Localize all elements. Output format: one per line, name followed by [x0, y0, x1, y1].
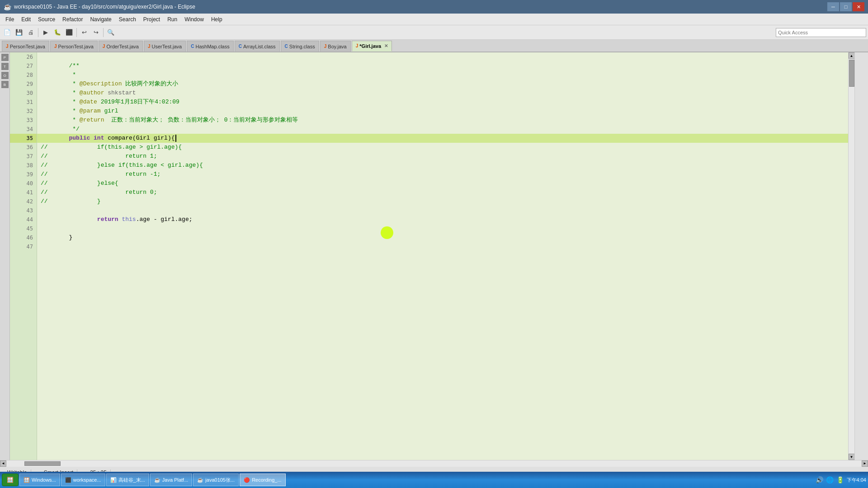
taskbar-java0105[interactable]: ☕ java0105张...	[193, 474, 239, 486]
sidebar-icon-3[interactable]: O	[1, 72, 9, 79]
taskbar: 🪟 🪟 Windows... ⬛ workspace... 📊 高硅谷_末...…	[0, 472, 868, 488]
new-button[interactable]: 📄	[2, 27, 13, 38]
tab-icon: J	[324, 44, 327, 49]
tab-ordertestj[interactable]: J OrderTest.java	[99, 41, 143, 52]
toolbar-separator-1	[38, 28, 38, 37]
menu-item-edit[interactable]: Edit	[18, 15, 34, 23]
java0105-icon: ☕	[197, 477, 203, 483]
sidebar-icon-2[interactable]: T	[1, 63, 9, 70]
tab-boyj[interactable]: J Boy.java	[320, 41, 351, 52]
tab-hashmapclass[interactable]: C HashMap.class	[187, 41, 234, 52]
menu-item-help[interactable]: Help	[208, 15, 226, 23]
tab-persontestj1[interactable]: J PersonTest.java	[2, 41, 49, 52]
tab-stringclass[interactable]: C String.class	[281, 41, 319, 52]
titlebar: ☕ workspace0105 - Java EE - day10/src/co…	[0, 0, 868, 14]
tray-icon-2[interactable]: 🌐	[826, 476, 834, 483]
taskbar-workspace[interactable]: ⬛ workspace...	[61, 474, 105, 486]
taskbar-windows[interactable]: 🪟 Windows...	[19, 474, 60, 486]
code-line-32: * @param girl	[37, 107, 848, 116]
left-sidebar: P T O B	[0, 52, 10, 460]
run-button[interactable]: ▶	[40, 27, 51, 38]
line-37: 37	[10, 152, 37, 161]
scroll-track	[849, 59, 855, 454]
code-line-44: return this.age - girl.age;	[37, 215, 848, 224]
line-39: 39	[10, 170, 37, 179]
tab-persontestj2[interactable]: J PersonTest.java	[50, 41, 98, 52]
code-line-39: // return -1;	[37, 170, 848, 179]
tab-icon: J	[356, 43, 359, 48]
sidebar-icon-1[interactable]: P	[1, 54, 9, 61]
code-line-29: * @Description 比较两个对象的大小	[37, 80, 848, 89]
scroll-right-button[interactable]: ►	[862, 460, 868, 467]
search-button[interactable]: 🔍	[105, 27, 116, 38]
maximize-button[interactable]: □	[840, 2, 852, 11]
javaplatform-label: Java Platf...	[162, 477, 188, 483]
quick-access-area	[776, 28, 866, 37]
menubar: FileEditSourceRefactorNavigateSearchProj…	[0, 14, 868, 25]
redo-button[interactable]: ↪	[90, 27, 101, 38]
taskbar-tray: 🔊 🌐 🔋 下午4:04	[816, 476, 866, 483]
code-line-27: /**	[37, 61, 848, 70]
windows-label: Windows...	[32, 477, 56, 483]
stop-button[interactable]: ⬛	[64, 27, 75, 38]
tab-icon: C	[191, 44, 194, 49]
hscroll-track	[6, 460, 862, 467]
menu-item-search[interactable]: Search	[115, 15, 140, 23]
code-editor[interactable]: /** * * @Description 比较两个对象的大小 * @author…	[37, 52, 848, 460]
taskbar-javaplatform[interactable]: ☕ Java Platf...	[150, 474, 192, 486]
windows-icon: 🪟	[24, 477, 30, 483]
scroll-down-button[interactable]: ▼	[849, 454, 855, 460]
menu-item-project[interactable]: Project	[140, 15, 164, 23]
line-42: 42	[10, 197, 37, 206]
line-gutter: 26 27 28 29 30 31 32 33 34 35 36 37 38 3…	[10, 52, 37, 460]
close-button[interactable]: ✕	[853, 2, 864, 11]
line-41: 41	[10, 188, 37, 197]
line-33: 33	[10, 116, 37, 125]
right-panel	[854, 52, 868, 460]
line-38: 38	[10, 161, 37, 170]
line-46: 46	[10, 233, 37, 242]
tab-girlj[interactable]: J *Girl.java ✕	[352, 41, 392, 52]
print-button[interactable]: 🖨	[25, 27, 36, 38]
horizontal-scrollbar: ◄ ►	[0, 460, 868, 466]
start-button[interactable]: 🪟	[2, 474, 19, 486]
scroll-up-button[interactable]: ▲	[849, 52, 855, 59]
tray-icon-3[interactable]: 🔋	[836, 476, 844, 483]
menu-item-run[interactable]: Run	[164, 15, 181, 23]
tray-icon-1[interactable]: 🔊	[816, 476, 823, 483]
save-button[interactable]: 💾	[14, 27, 24, 38]
line-40: 40	[10, 179, 37, 188]
line-29: 29	[10, 80, 37, 89]
tab-arraylistclass[interactable]: C ArrayList.class	[235, 41, 280, 52]
menu-item-refactor[interactable]: Refactor	[59, 15, 86, 23]
line-45: 45	[10, 224, 37, 233]
taskbar-ppt[interactable]: 📊 高硅谷_末...	[106, 474, 149, 486]
taskbar-recording[interactable]: 🔴 Recording_...	[240, 474, 285, 486]
minimize-button[interactable]: ─	[827, 2, 839, 11]
menu-item-source[interactable]: Source	[34, 15, 59, 23]
tab-icon: C	[285, 44, 288, 49]
hscroll-thumb[interactable]	[24, 461, 61, 466]
scroll-left-button[interactable]: ◄	[0, 460, 6, 467]
tab-usertestj[interactable]: J UserTest.java	[144, 41, 186, 52]
undo-button[interactable]: ↩	[79, 27, 90, 38]
sidebar-icon-4[interactable]: B	[1, 81, 9, 88]
line-34: 34	[10, 125, 37, 134]
vertical-scrollbar: ▲ ▼	[848, 52, 854, 460]
window-controls: ─ □ ✕	[827, 2, 864, 11]
workspace-icon: ⬛	[65, 477, 71, 483]
scroll-thumb[interactable]	[849, 60, 854, 87]
menu-item-window[interactable]: Window	[181, 15, 208, 23]
toolbar-separator-3	[103, 28, 104, 37]
code-line-41: // return 0;	[37, 188, 848, 197]
code-line-26	[37, 52, 848, 61]
tab-close-icon[interactable]: ✕	[384, 43, 388, 48]
menu-item-navigate[interactable]: Navigate	[86, 15, 115, 23]
menu-item-file[interactable]: File	[2, 15, 18, 23]
toolbar: 📄 💾 🖨 ▶ 🐛 ⬛ ↩ ↪ 🔍	[0, 25, 868, 40]
debug-button[interactable]: 🐛	[52, 27, 63, 38]
toolbar-separator-2	[76, 28, 77, 37]
tab-icon: C	[239, 44, 242, 49]
code-line-45	[37, 224, 848, 233]
quick-access-input[interactable]	[776, 28, 866, 37]
